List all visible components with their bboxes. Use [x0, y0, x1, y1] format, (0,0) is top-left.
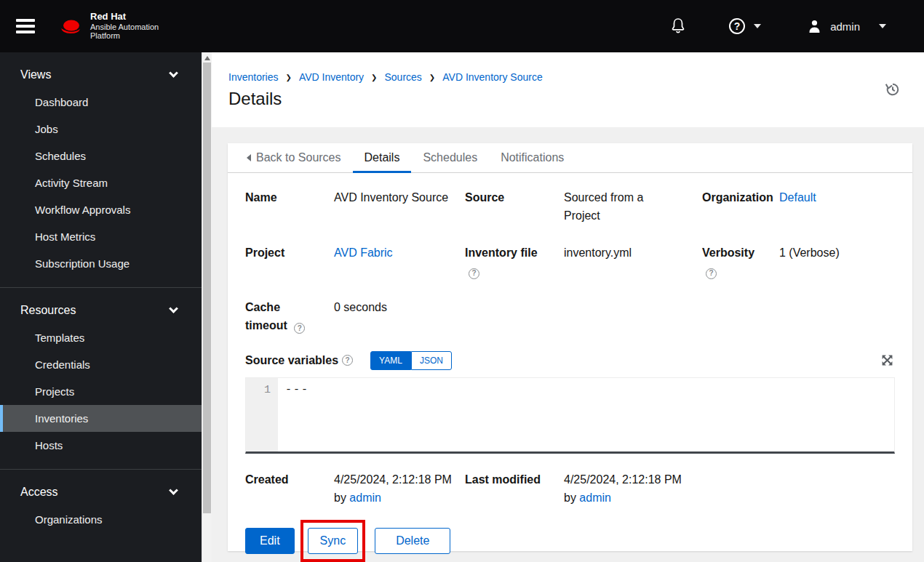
- project-link[interactable]: AVD Fabric: [334, 246, 393, 259]
- tab-schedules[interactable]: Schedules: [411, 143, 489, 172]
- nav-item-label: Subscription Usage: [35, 257, 130, 270]
- breadcrumb-link-inventories[interactable]: Inventories: [228, 71, 278, 83]
- nav-item-label: Hosts: [35, 439, 63, 451]
- page-title: Details: [228, 89, 907, 109]
- sidebar-item-inventories[interactable]: Inventories: [0, 405, 202, 432]
- breadcrumb-link-avd-inventory-source[interactable]: AVD Inventory Source: [442, 71, 542, 83]
- json-toggle-button[interactable]: JSON: [411, 351, 452, 370]
- breadcrumb: Inventories ❯ AVD Inventory ❯ Sources ❯ …: [228, 71, 907, 83]
- annotation-red-box: Sync: [300, 520, 366, 562]
- breadcrumb-link-avd-inventory[interactable]: AVD Inventory: [299, 71, 364, 83]
- created-datetime: 4/25/2024, 2:12:18 PM: [334, 473, 452, 486]
- brand-logo: Red Hat Ansible Automation Platform: [57, 12, 159, 41]
- scrollbar-up-arrow-icon[interactable]: [204, 56, 210, 60]
- page-scrollbar[interactable]: [202, 52, 212, 562]
- inventory-file-value: inventory.yml: [564, 244, 666, 281]
- brand-line3: Platform: [90, 31, 159, 41]
- nav-item-label: Credentials: [35, 358, 90, 371]
- label-text: Inventory file: [465, 246, 538, 259]
- sidebar-item-workflow-approvals[interactable]: Workflow Approvals: [0, 196, 202, 223]
- help-icon[interactable]: ?: [706, 268, 717, 279]
- sidebar-section-access[interactable]: Access: [0, 481, 202, 506]
- editor-line-number: 1: [246, 378, 278, 451]
- edit-button[interactable]: Edit: [245, 528, 295, 554]
- sidebar-item-subscription-usage[interactable]: Subscription Usage: [0, 250, 202, 277]
- source-variables-label: Source variables: [245, 354, 338, 367]
- nav-item-label: Dashboard: [35, 96, 88, 108]
- sidebar-item-hosts[interactable]: Hosts: [0, 432, 202, 459]
- verbosity-label: Verbosity ?: [702, 244, 779, 281]
- sidebar-item-organizations[interactable]: Organizations: [0, 506, 202, 533]
- yaml-toggle-button[interactable]: YAML: [370, 351, 411, 370]
- tab-label: Notifications: [501, 151, 564, 164]
- by-text: by: [334, 491, 346, 504]
- source-label: Source: [465, 189, 564, 225]
- sidebar-item-templates[interactable]: Templates: [0, 324, 202, 351]
- organization-link[interactable]: Default: [779, 191, 816, 204]
- organization-label: Organization: [702, 189, 779, 225]
- source-variables-editor: 1 ---: [245, 377, 895, 454]
- sidebar-item-host-metrics[interactable]: Host Metrics: [0, 223, 202, 250]
- verbosity-value: 1 (Verbose): [779, 244, 895, 281]
- nav-item-label: Schedules: [35, 150, 86, 162]
- redhat-hat-icon: [57, 17, 84, 36]
- details-card: Back to Sources Details Schedules Notifi…: [228, 143, 912, 551]
- tab-label: Schedules: [423, 151, 477, 164]
- last-modified-value: 4/25/2024, 2:12:18 PM by admin: [564, 471, 895, 507]
- tab-back-to-sources[interactable]: Back to Sources: [235, 143, 353, 172]
- help-icon[interactable]: ?: [294, 323, 305, 334]
- sidebar-section-resources[interactable]: Resources: [0, 300, 202, 324]
- bell-icon: [671, 18, 685, 34]
- angle-right-icon: ❯: [429, 73, 435, 81]
- user-menu-button[interactable]: admin: [797, 19, 896, 33]
- help-icon[interactable]: ?: [342, 355, 353, 366]
- user-name: admin: [830, 20, 860, 33]
- sync-button[interactable]: Sync: [308, 528, 359, 554]
- editor-code: ---: [278, 378, 894, 451]
- hamburger-menu-icon[interactable]: [16, 19, 35, 33]
- help-menu-button[interactable]: ?: [719, 18, 771, 34]
- notifications-button[interactable]: [661, 18, 696, 34]
- caret-down-icon: [754, 24, 761, 28]
- created-by-user-link[interactable]: admin: [349, 491, 381, 504]
- caret-down-icon: [879, 24, 886, 28]
- chevron-down-icon: [169, 304, 178, 313]
- sidebar-item-activity-stream[interactable]: Activity Stream: [0, 169, 202, 196]
- sidebar-item-credentials[interactable]: Credentials: [0, 351, 202, 378]
- cache-timeout-value: 0 seconds: [334, 299, 465, 335]
- source-value: Sourced from a Project: [564, 189, 666, 225]
- scrollbar-thumb[interactable]: [203, 63, 211, 513]
- nav-item-label: Workflow Approvals: [35, 204, 130, 216]
- expand-icon[interactable]: [881, 354, 893, 366]
- sidebar-item-jobs[interactable]: Jobs: [0, 116, 202, 142]
- yaml-json-toggle: YAML JSON: [370, 351, 452, 370]
- section-label: Resources: [20, 304, 76, 317]
- tab-details[interactable]: Details: [353, 143, 412, 172]
- tab-label: Back to Sources: [256, 151, 341, 164]
- nav-item-label: Jobs: [35, 123, 58, 135]
- nav-item-label: Projects: [35, 385, 74, 398]
- question-circle-icon: ?: [729, 18, 745, 34]
- sidebar-nav: Views Dashboard Jobs Schedules Activity …: [0, 52, 202, 562]
- by-text: by: [564, 491, 576, 504]
- breadcrumb-link-sources[interactable]: Sources: [385, 71, 422, 83]
- sidebar-section-views[interactable]: Views: [0, 64, 202, 89]
- inventory-file-label: Inventory file ?: [465, 244, 564, 281]
- delete-button[interactable]: Delete: [375, 528, 450, 554]
- nav-item-label: Templates: [35, 332, 84, 344]
- sidebar-item-dashboard[interactable]: Dashboard: [0, 89, 202, 116]
- name-label: Name: [245, 189, 334, 225]
- last-modified-by-user-link[interactable]: admin: [579, 491, 611, 504]
- brand-line2: Ansible Automation: [90, 23, 159, 32]
- sidebar-item-schedules[interactable]: Schedules: [0, 142, 202, 169]
- user-icon: [808, 19, 821, 33]
- history-icon[interactable]: [885, 81, 901, 97]
- help-icon[interactable]: ?: [469, 268, 479, 279]
- sidebar-item-projects[interactable]: Projects: [0, 378, 202, 405]
- chevron-down-icon: [169, 486, 178, 495]
- last-modified-datetime: 4/25/2024, 2:12:18 PM: [564, 473, 682, 486]
- masthead: Red Hat Ansible Automation Platform ?: [0, 0, 924, 52]
- label-text: Cache timeout: [245, 301, 287, 332]
- tab-notifications[interactable]: Notifications: [489, 143, 575, 172]
- last-modified-label: Last modified: [465, 471, 564, 507]
